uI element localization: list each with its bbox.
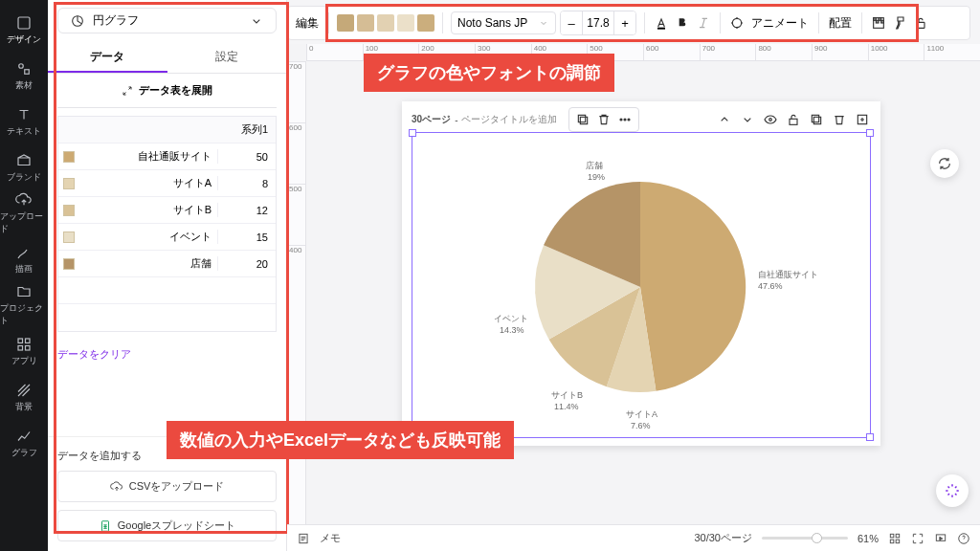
- svg-rect-14: [876, 20, 879, 23]
- move-up-icon[interactable]: [739, 111, 756, 128]
- gsheet-label: Googleスプレッドシート: [118, 518, 235, 533]
- svg-rect-3: [18, 339, 23, 343]
- edit-button[interactable]: 編集: [294, 15, 321, 32]
- pie-icon: [70, 13, 85, 29]
- table-row[interactable]: 店舗20: [58, 251, 276, 277]
- table-row[interactable]: 自社通販サイト50: [58, 143, 276, 170]
- transparency-button[interactable]: [870, 14, 887, 32]
- svg-rect-2: [25, 69, 30, 74]
- ruler-vertical: 700600500400: [287, 61, 306, 524]
- trash-icon[interactable]: [595, 111, 612, 128]
- refresh-button[interactable]: [930, 149, 959, 178]
- svg-rect-39: [896, 534, 900, 538]
- table-row[interactable]: サイトA8: [58, 170, 276, 197]
- bold-button[interactable]: [674, 14, 691, 32]
- svg-point-22: [769, 119, 772, 121]
- svg-text:イベント: イベント: [494, 314, 528, 323]
- add-page-icon[interactable]: [854, 111, 871, 128]
- grid-view-icon[interactable]: [888, 532, 902, 545]
- copy-icon[interactable]: [808, 111, 825, 128]
- svg-rect-38: [890, 534, 894, 538]
- page-title-placeholder[interactable]: ページタイトルを追加: [461, 113, 557, 126]
- nav-background[interactable]: 背景: [0, 375, 48, 419]
- svg-rect-17: [581, 117, 588, 123]
- swatch[interactable]: [337, 14, 354, 32]
- page-inline-tools: [568, 107, 639, 132]
- font-size-stepper[interactable]: – +: [560, 11, 636, 35]
- text-color-button[interactable]: [653, 14, 670, 32]
- size-minus-button[interactable]: –: [561, 11, 582, 34]
- color-swatches[interactable]: [337, 14, 434, 32]
- expand-table-button[interactable]: データ表を展開: [57, 74, 277, 108]
- lock-button[interactable]: [912, 14, 929, 32]
- nav-graph[interactable]: グラフ: [0, 421, 48, 465]
- google-sheets-button[interactable]: Googleスプレッドシート: [57, 510, 277, 541]
- nav-brand[interactable]: ブランド: [0, 145, 48, 189]
- nav-draw[interactable]: 描画: [0, 237, 48, 281]
- font-name: Noto Sans JP: [457, 16, 527, 30]
- magic-fab[interactable]: [936, 474, 969, 507]
- svg-text:47.6%: 47.6%: [758, 281, 783, 291]
- svg-rect-18: [579, 115, 586, 121]
- more-icon[interactable]: [616, 111, 634, 128]
- animate-icon[interactable]: [728, 14, 746, 32]
- table-row[interactable]: [58, 304, 276, 331]
- swatch[interactable]: [357, 14, 374, 32]
- svg-rect-5: [18, 345, 23, 350]
- notes-button[interactable]: メモ: [320, 531, 341, 545]
- clear-data-link[interactable]: データをクリア: [48, 340, 286, 369]
- size-plus-button[interactable]: +: [614, 11, 635, 34]
- canvas-area[interactable]: 010020030040050060070080090010001100 700…: [287, 44, 980, 524]
- sheets-icon: [99, 519, 112, 533]
- font-select[interactable]: Noto Sans JP: [451, 11, 556, 34]
- animate-button[interactable]: アニメート: [749, 15, 811, 32]
- delete-icon[interactable]: [831, 111, 848, 128]
- position-button[interactable]: 配置: [827, 15, 854, 32]
- nav-design[interactable]: デザイン: [0, 8, 48, 52]
- svg-text:14.3%: 14.3%: [500, 325, 524, 335]
- italic-button[interactable]: [695, 14, 712, 32]
- svg-rect-41: [896, 540, 900, 543]
- format-toolbar: 編集 Noto Sans JP – + アニメート 配置: [287, 6, 970, 40]
- fullscreen-icon[interactable]: [911, 532, 924, 545]
- csv-label: CSVをアップロード: [129, 479, 225, 494]
- nav-projects[interactable]: プロジェクト: [0, 283, 48, 327]
- svg-point-10: [732, 18, 741, 27]
- chevron-down-icon: [249, 13, 264, 29]
- nav-elements[interactable]: 素材: [0, 54, 48, 98]
- hide-icon[interactable]: [762, 111, 779, 128]
- data-table[interactable]: 系列1 自社通販サイト50 サイトA8 サイトB12 イベント15 店舗20: [57, 116, 277, 332]
- tab-settings[interactable]: 設定: [167, 41, 287, 73]
- swatch[interactable]: [377, 14, 394, 32]
- nav-text[interactable]: テキスト: [0, 99, 48, 143]
- svg-point-19: [620, 119, 622, 121]
- svg-text:11.4%: 11.4%: [554, 402, 579, 411]
- nav-upload[interactable]: アップロード: [0, 191, 48, 235]
- table-row[interactable]: サイトB12: [58, 197, 276, 224]
- zoom-slider[interactable]: [762, 537, 848, 540]
- series-header[interactable]: 系列1: [218, 122, 276, 137]
- swatch[interactable]: [397, 14, 414, 32]
- swatch[interactable]: [417, 14, 434, 32]
- tab-data[interactable]: データ: [48, 41, 167, 73]
- help-icon[interactable]: [957, 532, 970, 545]
- page-indicator[interactable]: 30/30ページ: [694, 531, 752, 545]
- add-data-section: データを追加する CSVをアップロード Googleスプレッドシート: [48, 436, 286, 551]
- chart-side-panel: 円グラフ データ 設定 データ表を展開 系列1 自社通販サイト50 サイトA8 …: [48, 0, 287, 551]
- present-icon[interactable]: [934, 532, 947, 545]
- lock-icon[interactable]: [785, 111, 802, 128]
- table-row[interactable]: [58, 277, 276, 304]
- table-row[interactable]: イベント15: [58, 224, 276, 251]
- svg-text:自社通販サイト: 自社通販サイト: [758, 270, 818, 279]
- notes-icon[interactable]: [297, 532, 310, 545]
- pie-chart[interactable]: 自社通販サイト 47.6% サイトA 7.6% サイトB 11.4% イベント …: [434, 143, 846, 430]
- upload-csv-button[interactable]: CSVをアップロード: [57, 471, 277, 502]
- zoom-value[interactable]: 61%: [858, 533, 879, 544]
- collapse-icon[interactable]: [716, 111, 733, 128]
- duplicate-icon[interactable]: [574, 111, 591, 128]
- size-input[interactable]: [582, 11, 614, 34]
- copy-style-button[interactable]: [891, 14, 908, 32]
- chart-type-select[interactable]: 円グラフ: [57, 8, 277, 33]
- svg-point-1: [19, 63, 24, 68]
- nav-apps[interactable]: アプリ: [0, 329, 48, 373]
